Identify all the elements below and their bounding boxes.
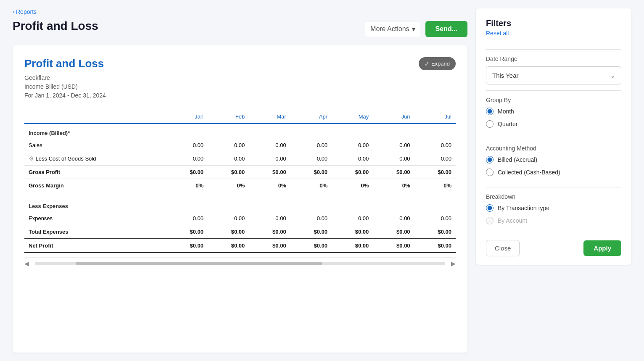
table-section-header: Income (Billed)* [24, 124, 456, 139]
radio-option-billed[interactable]: Billed (Accrual) [486, 156, 621, 163]
table-row: Total Expenses$0.00$0.00$0.00$0.00$0.00$… [24, 225, 456, 239]
radio-input-collected[interactable] [486, 169, 494, 176]
breadcrumb-label: Reports [16, 8, 37, 15]
table-row: ⚙ Less Cost of Goods Sold0.000.000.000.0… [24, 152, 456, 166]
expand-label: Expand [431, 61, 450, 67]
accounting-method-options: Billed (Accrual)Collected (Cash-Based) [486, 156, 621, 181]
radio-label-quarter: Quarter [498, 121, 517, 127]
table-row: Sales0.000.000.000.000.000.000.00 [24, 139, 456, 152]
report-inner-title: Profit and Loss [24, 57, 106, 70]
radio-label-collected: Collected (Cash-Based) [498, 169, 560, 176]
cost-of-goods-icon: ⚙ [29, 155, 34, 162]
radio-label-billed: Billed (Accrual) [498, 156, 537, 163]
breadcrumb-reports-link[interactable]: ‹ Reports [13, 8, 98, 15]
send-button[interactable]: Send... [425, 21, 467, 37]
radio-label-month: Month [498, 108, 514, 115]
filters-title: Filters [486, 18, 621, 28]
more-actions-label: More Actions [370, 25, 409, 33]
radio-input-billed[interactable] [486, 156, 494, 163]
report-company: Geekflare Income Billed (USD) For Jan 1,… [24, 74, 106, 100]
scroll-left-arrow[interactable]: ◀ [24, 260, 29, 267]
filter-bottom-actions: Close Apply [486, 234, 621, 256]
report-table-wrapper: JanFebMarAprMayJunJul Income (Billed)*Sa… [24, 110, 456, 253]
divider-3 [486, 139, 621, 139]
more-actions-button[interactable]: More Actions ▾ [365, 22, 420, 37]
table-row: Gross Profit$0.00$0.00$0.00$0.00$0.00$0.… [24, 166, 456, 179]
apply-button[interactable]: Apply [583, 240, 621, 256]
divider-2 [486, 90, 621, 91]
report-table: JanFebMarAprMayJunJul Income (Billed)*Sa… [24, 110, 456, 253]
radio-input-account [486, 217, 494, 224]
radio-input-quarter[interactable] [486, 120, 494, 128]
date-range-select-wrapper: This YearLast YearThis QuarterLast Quart… [486, 66, 621, 84]
table-row: Expenses0.000.000.000.000.000.000.00 [24, 212, 456, 225]
page-title: Profit and Loss [13, 19, 98, 33]
date-range-select[interactable]: This YearLast YearThis QuarterLast Quart… [486, 66, 621, 84]
breakdown-options: By Transaction typeBy Account [486, 204, 621, 229]
table-scroll-nav: ◀ ▶ [24, 257, 456, 269]
radio-option-quarter[interactable]: Quarter [486, 120, 621, 128]
table-row: Gross Margin0%0%0%0%0%0%0% [24, 179, 456, 192]
expand-icon: ⤢ [425, 61, 429, 67]
breakdown-label: Breakdown [486, 193, 621, 200]
reset-all-link[interactable]: Reset all [486, 30, 621, 37]
expand-button[interactable]: ⤢ Expand [419, 57, 456, 70]
radio-option-month[interactable]: Month [486, 108, 621, 115]
radio-label-account: By Account [498, 217, 527, 224]
scroll-right-arrow[interactable]: ▶ [451, 260, 456, 267]
date-range-label: Date Range [486, 55, 621, 62]
radio-input-month[interactable] [486, 108, 494, 115]
group-by-label: Group By [486, 97, 621, 103]
report-card: Profit and Loss Geekflare Income Billed … [13, 45, 467, 353]
radio-input-transaction[interactable] [486, 204, 494, 212]
radio-label-transaction: By Transaction type [498, 205, 549, 211]
radio-option-account: By Account [486, 217, 621, 224]
table-section-header: Less Expenses [24, 197, 456, 212]
close-button[interactable]: Close [486, 240, 520, 256]
chevron-left-icon: ‹ [13, 9, 14, 15]
table-row: Net Profit$0.00$0.00$0.00$0.00$0.00$0.00… [24, 239, 456, 253]
radio-option-transaction[interactable]: By Transaction type [486, 204, 621, 212]
divider-1 [486, 49, 621, 50]
group-by-options: MonthQuarter [486, 108, 621, 133]
radio-option-collected[interactable]: Collected (Cash-Based) [486, 169, 621, 176]
accounting-method-label: Accounting Method [486, 145, 621, 152]
divider-4 [486, 187, 621, 187]
more-actions-chevron-icon: ▾ [412, 25, 415, 33]
filters-panel: Filters Reset all Date Range This YearLa… [476, 8, 631, 265]
